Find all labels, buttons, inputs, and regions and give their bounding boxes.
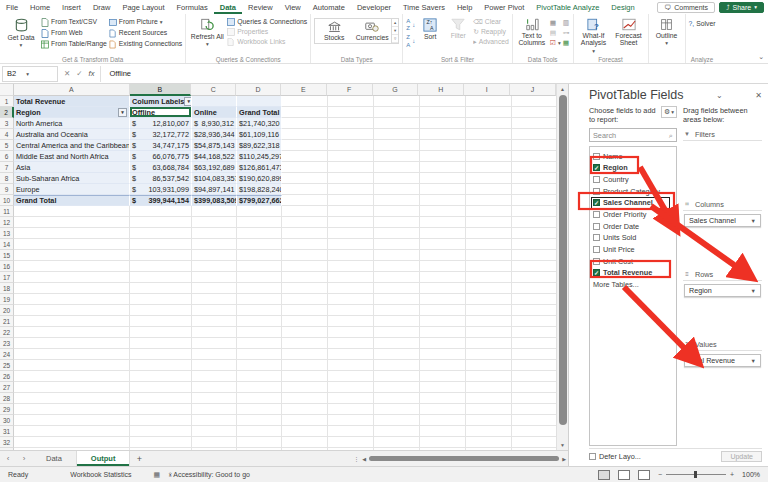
row-header-14[interactable]: 14 xyxy=(0,239,14,250)
empty-cell[interactable] xyxy=(374,305,420,316)
row-header-28[interactable]: 28 xyxy=(0,393,14,404)
empty-cell[interactable] xyxy=(420,228,466,239)
sort-button[interactable]: Z↑A Sort xyxy=(417,16,443,40)
empty-cell[interactable] xyxy=(14,382,130,393)
empty-cell[interactable] xyxy=(420,393,466,404)
empty-cell[interactable] xyxy=(466,140,512,151)
page-break-view-button[interactable] xyxy=(638,470,650,480)
empty-cell[interactable] xyxy=(14,305,130,316)
empty-cell[interactable] xyxy=(466,261,512,272)
pivot-cell[interactable] xyxy=(192,96,237,107)
outline-button[interactable]: Outline▾ xyxy=(652,16,682,47)
empty-cell[interactable] xyxy=(14,393,130,404)
empty-cell[interactable] xyxy=(328,305,374,316)
empty-cell[interactable] xyxy=(328,371,374,382)
empty-cell[interactable] xyxy=(512,173,556,184)
pivot-title-cell[interactable]: Total Revenue xyxy=(14,96,130,107)
column-header-J[interactable]: J xyxy=(510,84,556,96)
data-validation-button[interactable]: ☑▾ xyxy=(550,39,561,47)
vertical-scrollbar-thumb[interactable] xyxy=(559,95,567,425)
empty-cell[interactable] xyxy=(237,250,282,261)
empty-cell[interactable] xyxy=(420,239,466,250)
pivot-cell[interactable]: $61,109,116 xyxy=(237,129,282,140)
empty-cell[interactable] xyxy=(282,294,328,305)
empty-cell[interactable] xyxy=(14,206,130,217)
empty-cell[interactable] xyxy=(130,327,192,338)
ribbon-tab-view[interactable]: View xyxy=(279,0,307,14)
region-name-cell[interactable]: Middle East and North Africa xyxy=(14,151,130,162)
empty-cell[interactable] xyxy=(237,272,282,283)
ribbon-tab-page-layout[interactable]: Page Layout xyxy=(116,0,170,14)
empty-cell[interactable] xyxy=(512,118,556,129)
empty-cell[interactable] xyxy=(237,283,282,294)
empty-cell[interactable] xyxy=(237,294,282,305)
empty-cell[interactable] xyxy=(420,316,466,327)
tools-button[interactable]: ⚙▾ xyxy=(661,106,677,118)
values-area[interactable]: ΣValues Total Revenue▼ xyxy=(683,338,762,405)
region-name-cell[interactable]: Sub-Saharan Africa xyxy=(14,173,130,184)
pivot-cell[interactable]: $190,620,899 xyxy=(237,173,282,184)
empty-cell[interactable] xyxy=(282,129,328,140)
ribbon-tab-pivottable-analyze[interactable]: PivotTable Analyze xyxy=(530,0,605,14)
empty-cell[interactable] xyxy=(282,371,328,382)
empty-cell[interactable] xyxy=(282,404,328,415)
field-item-unit-price[interactable]: Unit Price xyxy=(593,244,676,256)
region-filter-dropdown[interactable]: ▾ xyxy=(118,108,127,117)
scroll-down-icon[interactable]: ▼ xyxy=(557,440,568,450)
empty-cell[interactable] xyxy=(328,129,374,140)
empty-cell[interactable] xyxy=(192,360,237,371)
empty-cell[interactable] xyxy=(374,316,420,327)
filters-area[interactable]: ▼Filters xyxy=(683,128,762,195)
row-header-22[interactable]: 22 xyxy=(0,327,14,338)
empty-cell[interactable] xyxy=(282,195,328,206)
empty-cell[interactable] xyxy=(420,118,466,129)
empty-cell[interactable] xyxy=(420,371,466,382)
empty-cell[interactable] xyxy=(130,316,192,327)
empty-cell[interactable] xyxy=(192,327,237,338)
scroll-up-icon[interactable]: ▲ xyxy=(557,84,568,94)
empty-cell[interactable] xyxy=(237,261,282,272)
empty-cell[interactable] xyxy=(328,96,374,107)
refresh-all-button[interactable]: Refresh All▾ xyxy=(189,16,225,48)
field-item-country[interactable]: Country xyxy=(593,174,676,186)
empty-cell[interactable] xyxy=(466,272,512,283)
empty-cell[interactable] xyxy=(328,437,374,448)
empty-cell[interactable] xyxy=(374,173,420,184)
remove-duplicates-button[interactable]: ▤ xyxy=(550,29,561,37)
field-item-order-priority[interactable]: Order Priority xyxy=(593,209,676,221)
row-header-9[interactable]: 9 xyxy=(0,184,14,195)
empty-cell[interactable] xyxy=(374,239,420,250)
row-header-21[interactable]: 21 xyxy=(0,316,14,327)
empty-cell[interactable] xyxy=(328,107,374,118)
empty-cell[interactable] xyxy=(282,316,328,327)
empty-cell[interactable] xyxy=(420,327,466,338)
pivot-cell[interactable]: $110,245,297 xyxy=(237,151,282,162)
empty-cell[interactable] xyxy=(192,283,237,294)
empty-cell[interactable] xyxy=(466,338,512,349)
empty-cell[interactable] xyxy=(420,184,466,195)
empty-cell[interactable] xyxy=(420,250,466,261)
pivot-cell[interactable]: $44,168,522 xyxy=(192,151,237,162)
empty-cell[interactable] xyxy=(237,415,282,426)
empty-cell[interactable] xyxy=(237,338,282,349)
empty-cell[interactable] xyxy=(466,217,512,228)
empty-cell[interactable] xyxy=(328,261,374,272)
vertical-scrollbar[interactable]: ▲ ▼ xyxy=(556,84,568,450)
empty-cell[interactable] xyxy=(130,283,192,294)
empty-cell[interactable] xyxy=(237,305,282,316)
empty-cell[interactable] xyxy=(130,360,192,371)
scroll-left-icon[interactable]: ◀ xyxy=(362,456,366,462)
field-item-total-revenue[interactable]: ✓Total Revenue xyxy=(593,267,676,279)
empty-cell[interactable] xyxy=(374,129,420,140)
empty-cell[interactable] xyxy=(328,140,374,151)
field-checkbox[interactable] xyxy=(593,258,600,265)
empty-cell[interactable] xyxy=(14,239,130,250)
empty-cell[interactable] xyxy=(14,360,130,371)
column-header-I[interactable]: I xyxy=(464,84,510,96)
empty-cell[interactable] xyxy=(130,272,192,283)
pivot-cell[interactable]: $399,083,509 xyxy=(192,195,237,206)
empty-cell[interactable] xyxy=(328,415,374,426)
empty-cell[interactable] xyxy=(14,283,130,294)
empty-cell[interactable] xyxy=(328,349,374,360)
empty-cell[interactable] xyxy=(14,261,130,272)
